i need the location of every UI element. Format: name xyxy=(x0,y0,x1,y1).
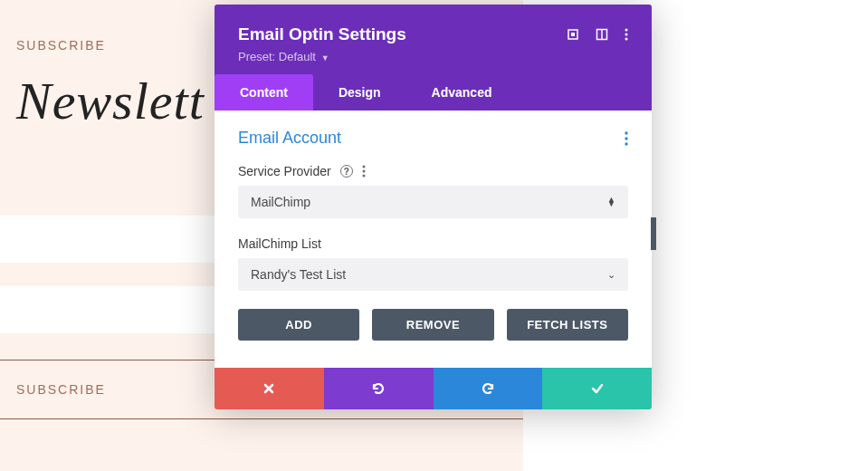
subscribe-button-label: SUBSCRIBE xyxy=(16,382,106,397)
close-button[interactable] xyxy=(215,368,324,409)
caret-down-icon: ▼ xyxy=(321,53,329,62)
svg-point-12 xyxy=(362,175,365,178)
undo-button[interactable] xyxy=(324,368,434,409)
list-label: MailChimp List xyxy=(238,236,321,251)
list-value: Randy's Test List xyxy=(251,267,346,282)
tab-design[interactable]: Design xyxy=(313,74,406,111)
remove-button[interactable]: REMOVE xyxy=(372,309,493,341)
service-provider-value: MailChimp xyxy=(251,195,310,209)
sort-arrows-icon: ▲▼ xyxy=(607,197,615,207)
more-icon[interactable] xyxy=(625,28,628,41)
field-more-icon[interactable] xyxy=(362,165,366,178)
add-button[interactable]: ADD xyxy=(238,309,359,341)
tab-advanced[interactable]: Advanced xyxy=(406,74,518,111)
svg-point-10 xyxy=(362,166,365,168)
svg-point-8 xyxy=(625,137,627,139)
subscribe-eyebrow: SUBSCRIBE xyxy=(16,38,205,53)
newsletter-heading: Newslett xyxy=(16,71,205,131)
svg-point-11 xyxy=(362,170,365,173)
section-title: Email Account xyxy=(238,129,341,148)
hero-content: SUBSCRIBE Newslett xyxy=(16,38,205,131)
panel-icon[interactable] xyxy=(596,28,608,41)
selection-handle[interactable] xyxy=(651,217,656,250)
svg-rect-1 xyxy=(571,33,575,36)
svg-point-9 xyxy=(625,142,627,145)
preset-label: Preset: Default xyxy=(238,50,316,63)
svg-point-5 xyxy=(625,34,628,36)
expand-icon[interactable] xyxy=(567,28,579,41)
chevron-down-icon: ⌄ xyxy=(607,269,615,281)
list-select[interactable]: Randy's Test List ⌄ xyxy=(238,258,628,291)
service-provider-label: Service Provider xyxy=(238,164,331,178)
save-button[interactable] xyxy=(542,368,652,409)
fetch-lists-button[interactable]: FETCH LISTS xyxy=(507,309,628,341)
svg-point-7 xyxy=(625,131,627,134)
help-icon[interactable]: ? xyxy=(340,165,353,178)
preset-selector[interactable]: Preset: Default ▼ xyxy=(238,50,628,63)
tab-content[interactable]: Content xyxy=(215,74,313,111)
redo-button[interactable] xyxy=(434,368,543,409)
modal-title: Email Optin Settings xyxy=(238,24,406,44)
modal-footer xyxy=(215,368,652,409)
svg-point-6 xyxy=(625,38,628,41)
modal-header: Email Optin Settings xyxy=(215,5,652,74)
panel-content: Email Account Service Provider ? MailChi… xyxy=(215,111,652,368)
section-more-icon[interactable] xyxy=(625,131,628,146)
tabs: Content Design Advanced xyxy=(215,74,652,111)
settings-modal: Email Optin Settings xyxy=(215,5,652,409)
svg-point-4 xyxy=(625,29,628,32)
service-provider-select[interactable]: MailChimp ▲▼ xyxy=(238,186,628,218)
